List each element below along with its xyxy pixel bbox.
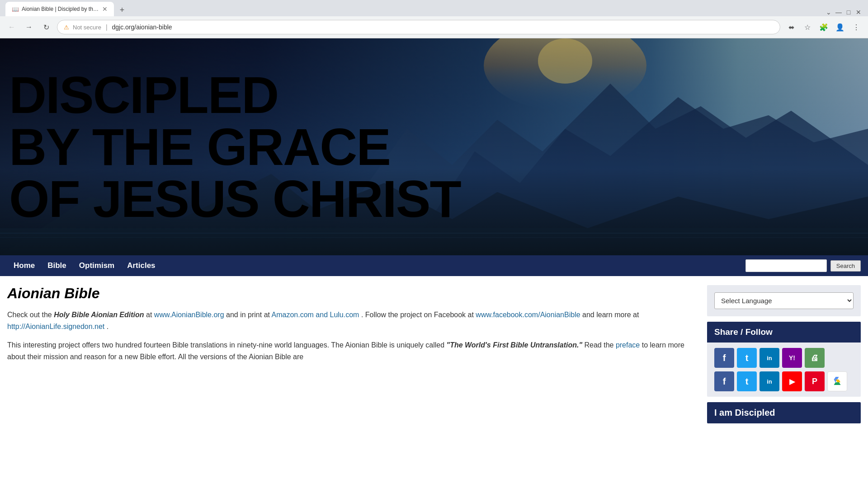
para1-text6: . xyxy=(107,323,108,330)
extensions-icon[interactable]: 🧩 xyxy=(817,21,830,33)
paragraph-1: Check out the Holy Bible Aionian Edition… xyxy=(7,309,698,332)
para2-italic: "The World's First Bible Untranslation." xyxy=(447,341,582,349)
page-title: Aionian Bible xyxy=(7,285,698,302)
para2-text1: This interesting project offers two hund… xyxy=(7,341,447,349)
linkedin-follow-button[interactable]: in xyxy=(760,371,779,391)
linkedin-share-button[interactable]: in xyxy=(760,348,779,368)
security-icon: ⚠ xyxy=(64,24,69,31)
tab-title: Aionian Bible | Discipled by the C xyxy=(22,6,99,12)
browser-chrome: 📖 Aionian Bible | Discipled by the C ✕ +… xyxy=(0,0,868,38)
para1-text5: and learn more at xyxy=(582,311,639,319)
pinterest-button[interactable]: P xyxy=(805,371,825,391)
back-button[interactable]: ← xyxy=(5,21,18,33)
paragraph-2: This interesting project offers two hund… xyxy=(7,339,698,362)
search-button[interactable]: Search xyxy=(830,260,861,272)
share-row-1: f t in Y! 🖨 xyxy=(714,348,854,368)
minimize-button[interactable]: — xyxy=(835,8,843,16)
share-row-2: f t in ▶ P xyxy=(714,371,854,391)
link-facebook[interactable]: www.facebook.com/AionianBible xyxy=(476,311,580,319)
drive-icon xyxy=(832,376,843,387)
share-follow-header: Share / Follow xyxy=(707,322,861,343)
close-button[interactable]: ✕ xyxy=(854,8,863,16)
facebook-share-button[interactable]: f xyxy=(714,348,734,368)
address-actions: ⬌ ☆ 🧩 👤 ⋮ xyxy=(785,21,863,33)
language-select[interactable]: Select Language English Spanish French xyxy=(714,292,854,309)
active-tab[interactable]: 📖 Aionian Bible | Discipled by the C ✕ xyxy=(5,2,114,16)
tab-favicon: 📖 xyxy=(12,6,18,12)
bookmark-icon[interactable]: ☆ xyxy=(801,21,814,33)
hero-title-line3: OF JESUS CHRIST xyxy=(9,173,461,225)
tab-list-button[interactable]: ⌄ xyxy=(825,8,833,16)
twitter-share-button[interactable]: t xyxy=(737,348,757,368)
youtube-button[interactable]: ▶ xyxy=(782,371,802,391)
nav-bar: Home Bible Optimism Articles Search xyxy=(0,255,868,276)
share-follow-widget: Share / Follow f t in Y! 🖨 f t in ▶ P xyxy=(707,322,861,397)
google-drive-button[interactable] xyxy=(827,371,847,391)
hero-text: DISCIPLED BY THE GRACE OF JESUS CHRIST xyxy=(0,56,470,239)
para1-text1: Check out the xyxy=(7,311,54,319)
para1-italic: Holy Bible Aionian Edition xyxy=(54,311,144,319)
tab-close-button[interactable]: ✕ xyxy=(102,5,108,13)
search-input[interactable] xyxy=(745,259,827,272)
i-am-discipled-widget: I am Discipled xyxy=(707,402,861,423)
security-label: Not secure xyxy=(73,24,101,31)
share-icons: f t in Y! 🖨 f t in ▶ P xyxy=(707,343,861,397)
hero-title-line1: DISCIPLED xyxy=(9,69,461,121)
address-bar: ← → ↻ ⚠ Not secure | dgjc.org/aionian-bi… xyxy=(0,16,868,38)
address-separator: | xyxy=(106,23,108,31)
link-preface[interactable]: preface xyxy=(616,341,640,349)
hero-title-line2: BY THE GRACE xyxy=(9,121,461,173)
nav-optimism[interactable]: Optimism xyxy=(73,255,121,276)
para1-text3: and in print at xyxy=(226,311,272,319)
new-tab-button[interactable]: + xyxy=(116,4,128,16)
address-url: dgjc.org/aionian-bible xyxy=(112,23,172,31)
para1-text2: at xyxy=(146,311,154,319)
link-aionian-bible[interactable]: www.AionianBible.org xyxy=(154,311,224,319)
main-content: Aionian Bible Check out the Holy Bible A… xyxy=(0,276,868,432)
print-button[interactable]: 🖨 xyxy=(805,348,825,368)
link-aionianlife[interactable]: http://AionianLife.signedon.net xyxy=(7,323,104,330)
link-amazon-lulu[interactable]: Amazon.com and Lulu.com xyxy=(272,311,359,319)
yahoo-share-button[interactable]: Y! xyxy=(782,348,802,368)
para1-text4: . Follow the project on Facebook at xyxy=(361,311,476,319)
address-input[interactable]: ⚠ Not secure | dgjc.org/aionian-bible xyxy=(57,20,780,34)
restore-button[interactable]: □ xyxy=(844,8,853,16)
profile-icon[interactable]: 👤 xyxy=(834,21,846,33)
share-page-icon[interactable]: ⬌ xyxy=(785,21,797,33)
nav-search: Search xyxy=(745,259,861,272)
forward-button[interactable]: → xyxy=(23,21,35,33)
para2-text2: Read the xyxy=(584,341,615,349)
menu-icon[interactable]: ⋮ xyxy=(850,21,863,33)
hero-banner: DISCIPLED BY THE GRACE OF JESUS CHRIST xyxy=(0,38,868,255)
nav-home[interactable]: Home xyxy=(7,255,41,276)
content-area: Aionian Bible Check out the Holy Bible A… xyxy=(7,285,698,423)
tab-bar: 📖 Aionian Bible | Discipled by the C ✕ +… xyxy=(0,0,868,16)
nav-articles[interactable]: Articles xyxy=(121,255,161,276)
nav-links: Home Bible Optimism Articles xyxy=(7,255,162,276)
reload-button[interactable]: ↻ xyxy=(40,21,52,33)
language-select-widget: Select Language English Spanish French xyxy=(707,285,861,316)
facebook-follow-button[interactable]: f xyxy=(714,371,734,391)
site-wrapper: DISCIPLED BY THE GRACE OF JESUS CHRIST H… xyxy=(0,38,868,432)
twitter-follow-button[interactable]: t xyxy=(737,371,757,391)
sidebar: Select Language English Spanish French S… xyxy=(707,285,861,423)
nav-bible[interactable]: Bible xyxy=(41,255,73,276)
